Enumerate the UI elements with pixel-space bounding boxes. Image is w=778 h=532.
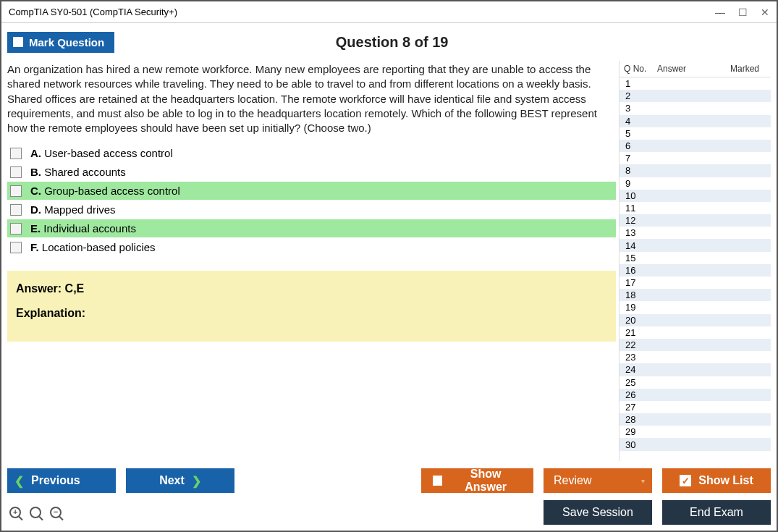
side-row[interactable]: 17 xyxy=(620,276,771,289)
answer-line: Answer: C,E xyxy=(16,282,607,295)
side-row[interactable]: 23 xyxy=(620,351,771,363)
side-row[interactable]: 14 xyxy=(620,239,771,251)
explanation-line: Explanation: xyxy=(16,307,607,320)
side-row-qno: 9 xyxy=(620,178,653,189)
side-row[interactable]: 28 xyxy=(620,413,771,426)
side-row[interactable]: 4 xyxy=(620,115,771,127)
checkbox-icon[interactable] xyxy=(10,148,22,159)
side-row[interactable]: 20 xyxy=(620,314,771,326)
option-c[interactable]: C. Group-based access control xyxy=(7,182,616,200)
next-button[interactable]: Next ❯ xyxy=(126,468,234,493)
side-row[interactable]: 1 xyxy=(620,77,771,90)
side-row[interactable]: 2 xyxy=(620,90,771,102)
checkbox-icon[interactable] xyxy=(10,204,22,216)
footer: ❮ Previous Next ❯ Show Answer Review ▾ ✓… xyxy=(7,461,771,525)
previous-button[interactable]: ❮ Previous xyxy=(7,468,116,493)
side-row-qno: 7 xyxy=(620,153,653,164)
question-list-panel: Q No. Answer Marked 12345678910111213141… xyxy=(619,61,771,461)
col-answer: Answer xyxy=(653,64,730,74)
side-row-qno: 26 xyxy=(620,389,653,400)
side-row[interactable]: 29 xyxy=(620,426,771,438)
side-row-qno: 18 xyxy=(620,290,653,300)
side-row[interactable]: 22 xyxy=(620,339,771,351)
side-row[interactable]: 25 xyxy=(620,376,771,389)
option-label: F. Location-based policies xyxy=(30,241,156,253)
option-label: E. Individual accounts xyxy=(30,222,136,235)
side-row[interactable]: 6 xyxy=(620,140,771,152)
review-label: Review xyxy=(554,474,591,487)
review-dropdown[interactable]: Review ▾ xyxy=(544,468,652,493)
side-row-qno: 21 xyxy=(620,327,653,338)
side-row-qno: 8 xyxy=(620,165,653,176)
side-row[interactable]: 27 xyxy=(620,401,771,413)
option-e[interactable]: E. Individual accounts xyxy=(7,219,616,237)
maximize-icon[interactable]: ☐ xyxy=(738,7,748,18)
checkbox-icon[interactable] xyxy=(10,185,22,197)
col-qno: Q No. xyxy=(620,64,653,74)
option-a[interactable]: A. User-based access control xyxy=(7,144,616,162)
side-row-qno: 22 xyxy=(620,339,653,350)
zoom-in-icon[interactable] xyxy=(7,504,23,520)
side-list[interactable]: 1234567891011121314151617181920212223242… xyxy=(620,77,771,461)
side-row-qno: 5 xyxy=(620,128,653,139)
side-row[interactable]: 13 xyxy=(620,227,771,239)
side-row-qno: 24 xyxy=(620,364,653,375)
chevron-left-icon: ❮ xyxy=(14,474,24,488)
side-row-qno: 12 xyxy=(620,215,653,226)
option-d[interactable]: D. Mapped drives xyxy=(7,200,616,219)
chevron-down-icon: ▾ xyxy=(641,477,645,485)
side-row[interactable]: 24 xyxy=(620,363,771,376)
end-exam-button[interactable]: End Exam xyxy=(662,500,771,525)
show-list-button[interactable]: ✓ Show List xyxy=(662,468,771,493)
side-row[interactable]: 19 xyxy=(620,301,771,313)
side-row[interactable]: 11 xyxy=(620,202,771,214)
show-answer-label: Show Answer xyxy=(449,468,522,494)
side-row[interactable]: 26 xyxy=(620,389,771,401)
window-title: CompTIA SY0-501 (CompTIA Security+) xyxy=(9,7,715,17)
side-row[interactable]: 15 xyxy=(620,252,771,264)
question-title: Question 8 of 19 xyxy=(114,34,771,51)
header-row: Mark Question Question 8 of 19 xyxy=(7,29,771,55)
checkbox-icon[interactable] xyxy=(10,166,22,178)
checkbox-icon[interactable] xyxy=(10,242,22,253)
side-row[interactable]: 8 xyxy=(620,164,771,177)
zoom-out-icon[interactable] xyxy=(48,504,64,520)
side-row[interactable]: 21 xyxy=(620,326,771,339)
end-exam-label: End Exam xyxy=(690,506,743,519)
side-row[interactable]: 3 xyxy=(620,102,771,114)
side-row[interactable]: 7 xyxy=(620,152,771,164)
square-icon xyxy=(433,476,442,486)
side-row[interactable]: 18 xyxy=(620,289,771,301)
col-marked: Marked xyxy=(730,64,771,74)
side-row-qno: 27 xyxy=(620,402,653,413)
side-row[interactable]: 16 xyxy=(620,264,771,276)
chevron-right-icon: ❯ xyxy=(192,474,201,488)
side-row[interactable]: 30 xyxy=(620,438,771,450)
checkbox-icon[interactable] xyxy=(10,223,22,235)
minimize-icon[interactable]: — xyxy=(715,7,725,18)
side-row[interactable]: 5 xyxy=(620,127,771,140)
side-row-qno: 10 xyxy=(620,190,653,201)
options-list: A. User-based access controlB. Shared ac… xyxy=(7,144,616,256)
show-answer-button[interactable]: Show Answer xyxy=(421,468,533,493)
option-label: C. Group-based access control xyxy=(30,185,180,197)
side-row[interactable]: 12 xyxy=(620,214,771,227)
side-row-qno: 16 xyxy=(620,265,653,276)
option-f[interactable]: F. Location-based policies xyxy=(7,238,616,256)
side-row-qno: 30 xyxy=(620,439,653,450)
show-list-label: Show List xyxy=(698,474,753,487)
side-row-qno: 20 xyxy=(620,315,653,326)
side-row-qno: 1 xyxy=(620,78,653,89)
side-row[interactable]: 10 xyxy=(620,190,771,202)
side-row[interactable]: 9 xyxy=(620,177,771,190)
zoom-reset-icon[interactable] xyxy=(28,504,43,520)
save-session-button[interactable]: Save Session xyxy=(544,500,652,525)
side-row-qno: 17 xyxy=(620,277,653,288)
close-icon[interactable]: ✕ xyxy=(761,7,769,18)
side-row-qno: 2 xyxy=(620,90,653,101)
previous-label: Previous xyxy=(31,474,80,487)
side-row-qno: 13 xyxy=(620,227,653,238)
option-b[interactable]: B. Shared accounts xyxy=(7,163,616,181)
side-row-qno: 14 xyxy=(620,240,653,251)
mark-question-button[interactable]: Mark Question xyxy=(7,32,114,53)
